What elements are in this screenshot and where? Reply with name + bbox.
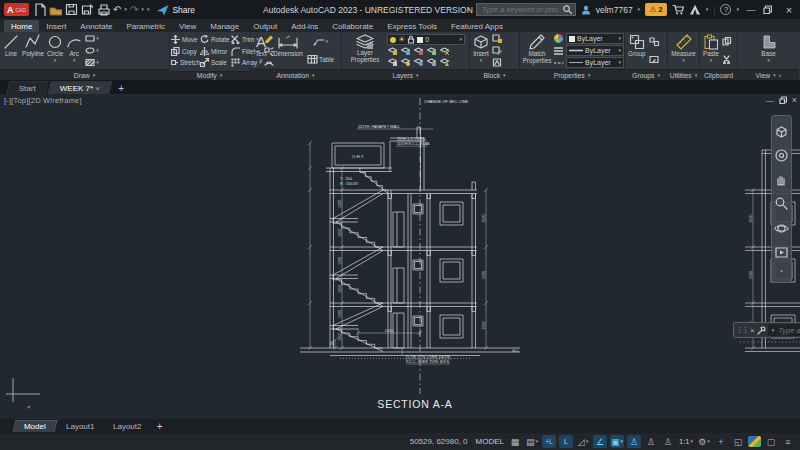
- status-menu-icon[interactable]: ≡: [781, 435, 795, 448]
- tab-express-tools[interactable]: Express Tools: [380, 20, 444, 32]
- text-tool[interactable]: AText▾: [252, 33, 270, 68]
- tab-home[interactable]: Home: [4, 20, 39, 32]
- orbit-icon[interactable]: [774, 221, 789, 236]
- steering-wheel-icon[interactable]: [774, 148, 789, 163]
- arc-tool[interactable]: Arc▾: [65, 33, 83, 68]
- hatch-tool-icon[interactable]: [85, 58, 95, 67]
- warning-badge[interactable]: ⚠2: [645, 3, 667, 16]
- layer-tool-icon[interactable]: [400, 58, 411, 67]
- search-box[interactable]: [476, 3, 576, 16]
- viewcube-icon[interactable]: [774, 124, 789, 139]
- measure-tool[interactable]: Measure▾: [670, 33, 697, 68]
- layer-select-combo[interactable]: ☀ 0 ▾: [387, 34, 465, 45]
- layer-properties-tool[interactable]: Layer Properties: [344, 33, 386, 68]
- tab-add-ins[interactable]: Add-ins: [284, 20, 325, 32]
- leader-tool-icon[interactable]: [313, 37, 325, 46]
- chevron-down-icon[interactable]: ▾: [772, 328, 775, 333]
- stretch-tool[interactable]: Stretch: [171, 58, 200, 67]
- panel-label-groups[interactable]: Groups▾: [625, 69, 667, 80]
- isodraft-icon[interactable]: ◿▾: [576, 435, 590, 448]
- object-color-combo[interactable]: ByLayer▾: [566, 33, 624, 44]
- edit-block-icon[interactable]: [492, 46, 502, 55]
- clean-screen-icon[interactable]: ▢: [764, 435, 778, 448]
- customization-plus-icon[interactable]: +: [714, 435, 728, 448]
- annotation-visibility-icon[interactable]: ♙: [627, 435, 641, 448]
- infer-constraints-icon[interactable]: +L: [542, 435, 556, 448]
- linetype-combo[interactable]: ByLayer▾: [566, 57, 624, 68]
- tab-insert[interactable]: Insert: [39, 20, 73, 32]
- group-edit-icon[interactable]: [649, 55, 659, 64]
- user-avatar-icon[interactable]: [581, 5, 591, 15]
- paste-tool[interactable]: Paste▾: [702, 33, 720, 68]
- redo-dropdown-icon[interactable]: ▾: [141, 7, 144, 12]
- move-tool[interactable]: Move: [171, 35, 200, 44]
- layer-tool-icon[interactable]: [387, 58, 398, 67]
- search-collapse-icon[interactable]: ▸: [468, 7, 471, 12]
- panel-label-layers[interactable]: Layers▾: [342, 69, 469, 80]
- file-tab-start[interactable]: Start: [6, 81, 48, 94]
- polar-tracking-icon[interactable]: ∠: [593, 435, 607, 448]
- doc-restore-icon[interactable]: [779, 96, 787, 104]
- ungroup-icon[interactable]: [649, 37, 659, 46]
- ellipse-tool-icon[interactable]: [85, 46, 95, 55]
- new-drawing-tab-button[interactable]: +: [113, 83, 129, 94]
- polyline-tool[interactable]: Polyline: [21, 33, 45, 68]
- tab-featured-apps[interactable]: Featured Apps: [444, 20, 510, 32]
- layout2-tab[interactable]: Layout2: [103, 421, 152, 432]
- open-file-icon[interactable]: [49, 3, 62, 16]
- navbar-customize-icon[interactable]: ▾: [780, 269, 783, 274]
- layer-tool-icon[interactable]: [387, 47, 398, 56]
- new-file-icon[interactable]: [33, 3, 46, 16]
- model-tab[interactable]: Model: [13, 420, 58, 432]
- layer-tool-icon[interactable]: [413, 58, 424, 67]
- undo-dropdown-icon[interactable]: ▾: [124, 7, 127, 12]
- tab-view[interactable]: View: [172, 20, 203, 32]
- drawing-canvas[interactable]: 1200 1050 1200 1050 1200 1050 2500 2500 …: [0, 94, 800, 419]
- command-close-icon[interactable]: ×: [750, 326, 755, 335]
- layer-tool-icon[interactable]: [413, 47, 424, 56]
- panel-label-utilities[interactable]: Utilities▾: [668, 69, 699, 80]
- tab-parametric[interactable]: Parametric: [119, 20, 172, 32]
- circle-tool[interactable]: Circle▾: [46, 33, 64, 68]
- search-input[interactable]: [480, 4, 560, 15]
- apps-dropdown-icon[interactable]: ▾: [706, 7, 709, 12]
- layer-tool-icon[interactable]: [400, 47, 411, 56]
- close-button[interactable]: ×: [782, 4, 796, 16]
- tab-collaborate[interactable]: Collaborate: [325, 20, 380, 32]
- help-dropdown-icon[interactable]: ▾: [736, 7, 739, 12]
- tab-output[interactable]: Output: [246, 20, 284, 32]
- copy-tool[interactable]: Copy: [171, 47, 200, 56]
- pan-icon[interactable]: [774, 172, 789, 187]
- minimize-button[interactable]: —: [744, 5, 758, 15]
- insert-tool[interactable]: Insert▾: [472, 33, 490, 68]
- scale-tool[interactable]: Scale: [200, 58, 231, 67]
- help-icon[interactable]: ?: [720, 4, 731, 15]
- command-drag-handle[interactable]: ⋮⋮: [736, 326, 748, 334]
- layer-tool-icon[interactable]: [426, 58, 437, 67]
- panel-label-modify[interactable]: Modify▾: [170, 71, 249, 81]
- annotation-autoscale-icon[interactable]: ♙: [644, 435, 658, 448]
- ortho-icon[interactable]: L: [559, 435, 573, 448]
- rectangle-tool-icon[interactable]: [85, 34, 95, 43]
- layer-tool-icon[interactable]: [439, 47, 450, 56]
- autodesk-logo-icon[interactable]: [689, 4, 701, 15]
- dimension-tool[interactable]: Dimension: [271, 33, 305, 68]
- search-icon[interactable]: [563, 5, 572, 14]
- block-attributes-icon[interactable]: [492, 58, 502, 67]
- model-space-toggle[interactable]: MODEL: [475, 435, 505, 448]
- panel-label-draw[interactable]: Draw▾: [0, 69, 169, 80]
- zoom-icon[interactable]: [774, 196, 789, 211]
- plot-icon[interactable]: [97, 3, 110, 16]
- doc-minimize-icon[interactable]: —: [766, 96, 774, 105]
- layer-tool-icon[interactable]: [426, 47, 437, 56]
- file-tab-current[interactable]: WEEK 7* ×: [47, 81, 112, 94]
- save-icon[interactable]: [65, 3, 78, 16]
- match-properties-tool[interactable]: Match Properties: [522, 33, 552, 68]
- application-menu-button[interactable]: A CAD: [4, 3, 29, 16]
- command-line[interactable]: ⋮⋮ × ▾: [733, 322, 800, 338]
- snap-icon[interactable]: ▤▾: [525, 435, 539, 448]
- show-motion-icon[interactable]: [774, 245, 789, 260]
- panel-label-block[interactable]: Block▾: [470, 69, 519, 80]
- layer-tool-icon[interactable]: [439, 58, 450, 67]
- lineweight-combo[interactable]: ByLayer▾: [566, 45, 624, 56]
